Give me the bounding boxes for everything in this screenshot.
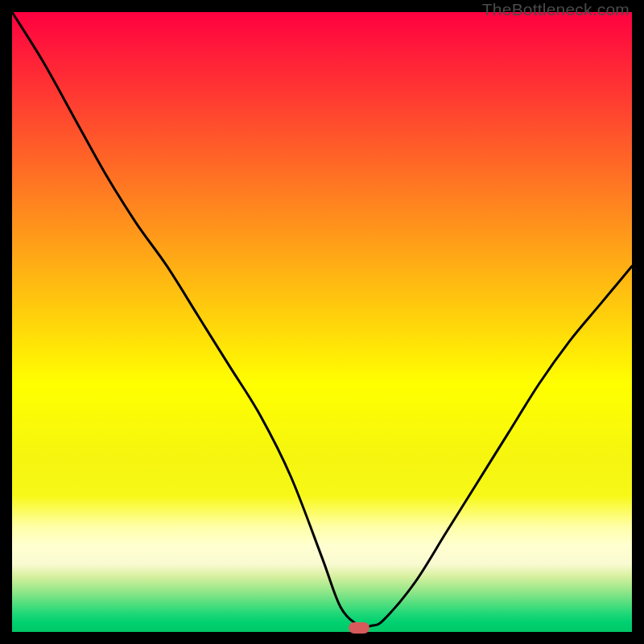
curve-path (12, 12, 632, 627)
plot-area (12, 12, 632, 632)
optimum-marker (349, 622, 369, 634)
chart-frame: TheBottleneck.com (0, 0, 644, 644)
watermark-text: TheBottleneck.com (482, 0, 630, 19)
bottleneck-curve (12, 12, 632, 632)
